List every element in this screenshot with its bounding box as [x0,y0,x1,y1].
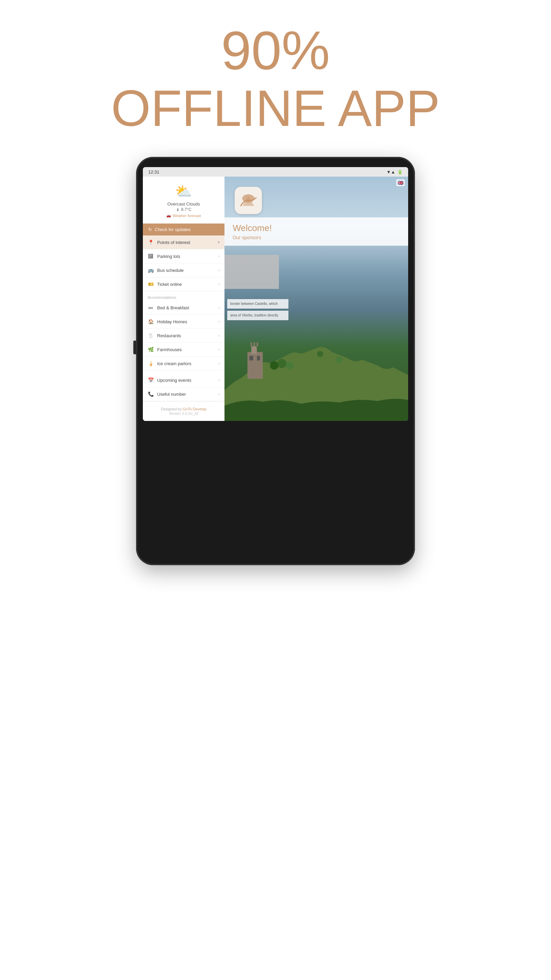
landscape-svg [224,332,408,421]
main-panel: 🇬🇧 Welcome! [224,177,408,421]
farmhouse-icon: 🌿 [148,347,154,353]
menu-label-holiday-homes: Holiday Homes [157,319,187,324]
menu-label-farmhouses: Farmhouses [157,347,182,352]
menu-item-left: 📅 Upcoming events [148,377,191,383]
menu-label-useful-number: Useful number [157,392,186,397]
menu-item-left: 🌿 Farmhouses [148,347,182,353]
hero-line2: OFFLINE APP [111,80,440,137]
overlay-card [224,255,279,289]
text-card-1: border between Castello, which [227,299,288,309]
sponsors-link[interactable]: Our sponsors [233,235,400,240]
restaurant-icon: 🍴 [148,332,154,339]
menu-item-ice-cream[interactable]: 🍦 Ice cream parlors › [143,356,224,371]
svg-rect-3 [251,347,257,354]
app-icon-container [235,187,262,214]
footer-version: Version: 0.0.2rv_42 [148,412,219,415]
menu-item-bus-schedule[interactable]: 🚌 Bus schedule › [143,263,224,277]
bed-icon: 🛏 [148,305,154,311]
volume-button [133,340,136,354]
home-icon: 🏠 [148,318,154,325]
menu-item-left: 🍦 Ice cream parlors [148,360,191,366]
menu-item-left: 📍 Points of interest [148,239,190,245]
bus-icon: 🚌 [148,267,154,273]
weather-description: Overcast Clouds [148,202,219,207]
menu-item-parking-lots[interactable]: 🅿 Parking lots › [143,250,224,263]
status-bar: 12:31 ▼▲ 🔋 [143,167,408,177]
menu-item-bed-breakfast[interactable]: 🛏 Bed & Breakfast › [143,301,224,315]
ticket-icon: 🎫 [148,281,154,287]
svg-rect-1 [249,356,253,361]
chevron-down-icon: ▾ [218,240,220,245]
hero-section: 90% OFFLINE APP [111,21,440,137]
sidebar-footer: Designed by GoTo Develop Version: 0.0.2r… [143,401,224,421]
menu-item-upcoming-events[interactable]: 📅 Upcoming events › [143,373,224,387]
temperature-value: 8.7°C [181,207,192,212]
menu-item-ticket-online[interactable]: 🎫 Ticket online › [143,277,224,291]
calendar-icon: 📅 [148,377,154,383]
icecream-icon: 🍦 [148,360,154,366]
menu-item-left: 🍴 Restaurants [148,332,181,339]
menu-label-restaurants: Restaurants [157,333,181,338]
chevron-right-icon: › [218,378,220,382]
svg-point-4 [277,359,286,368]
chevron-right-icon: › [218,282,220,286]
menu-item-useful-number[interactable]: 📞 Useful number › [143,387,224,401]
menu-item-left: 🚌 Bus schedule [148,267,184,273]
accommodations-section-label: Accommodations [143,291,224,301]
flag-icon: 🇬🇧 [398,180,403,185]
weather-widget: ⛅ Overcast Clouds 🌡 8.7°C 🚗 Weather fore… [143,177,224,224]
menu-label-points-of-interest: Points of interest [157,240,190,245]
svg-rect-2 [257,356,260,361]
mountain-road-icon [239,193,258,208]
parking-icon: 🅿 [148,253,154,259]
check-updates-button[interactable]: ↻ Check for updates [143,224,224,235]
menu-item-left: 📞 Useful number [148,391,186,397]
tablet-screen: 12:31 ▼▲ 🔋 ⛅ Overcast Clouds 🌡 8.7°C [143,167,408,421]
sidebar: ⛅ Overcast Clouds 🌡 8.7°C 🚗 Weather fore… [143,177,224,421]
footer-designed-by: Designed by GoTo Develop [148,407,219,411]
menu-label-parking-lots: Parking lots [157,254,180,259]
menu-item-left: 🎫 Ticket online [148,281,182,287]
thermometer-icon: 🌡 [176,207,180,212]
chevron-right-icon: › [218,305,220,310]
menu-label-bus-schedule: Bus schedule [157,268,184,273]
menu-item-holiday-homes[interactable]: 🏠 Holiday Homes › [143,315,224,329]
text-card-2: area of Viterbo, tradition directly [227,311,288,320]
menu-item-points-of-interest[interactable]: 📍 Points of interest ▾ [143,235,224,250]
svg-point-6 [270,361,279,370]
menu-label-bed-breakfast: Bed & Breakfast [157,305,189,310]
app-icon [235,187,262,214]
chevron-right-icon: › [218,333,220,338]
chevron-right-icon: › [218,268,220,272]
chevron-right-icon: › [218,361,220,366]
battery-icon: 🔋 [397,169,403,175]
status-time: 12:31 [148,169,159,175]
menu-item-left: 🅿 Parking lots [148,253,180,259]
menu-item-restaurants[interactable]: 🍴 Restaurants › [143,329,224,343]
tablet-frame: 12:31 ▼▲ 🔋 ⛅ Overcast Clouds 🌡 8.7°C [136,157,415,565]
welcome-card: Welcome! Our sponsors [224,218,408,246]
status-icons: ▼▲ 🔋 [386,169,403,175]
menu-label-ice-cream: Ice cream parlors [157,361,191,366]
menu-label-ticket-online: Ticket online [157,282,182,287]
language-flag-button[interactable]: 🇬🇧 [396,179,405,186]
chevron-right-icon: › [218,319,220,324]
weather-forecast-link[interactable]: 🚗 Weather forecast [148,213,219,218]
weather-icon: ⛅ [148,183,219,199]
weather-temp: 🌡 8.7°C [148,207,219,212]
refresh-icon: ↻ [148,227,152,232]
menu-item-farmhouses[interactable]: 🌿 Farmhouses › [143,343,224,356]
car-icon: 🚗 [166,213,171,218]
menu-item-left: 🏠 Holiday Homes [148,318,187,325]
app-content: ⛅ Overcast Clouds 🌡 8.7°C 🚗 Weather fore… [143,177,408,421]
hero-line1: 90% [111,21,440,80]
welcome-title: Welcome! [233,223,400,234]
chevron-right-icon: › [218,392,220,396]
chevron-right-icon: › [218,254,220,259]
wifi-icon: ▼▲ [386,169,395,175]
menu-item-left: 🛏 Bed & Breakfast [148,305,189,311]
svg-point-7 [317,351,323,357]
text-overlays: border between Castello, which area of V… [227,299,288,320]
map-pin-icon: 📍 [148,239,154,245]
menu-label-upcoming-events: Upcoming events [157,378,191,383]
